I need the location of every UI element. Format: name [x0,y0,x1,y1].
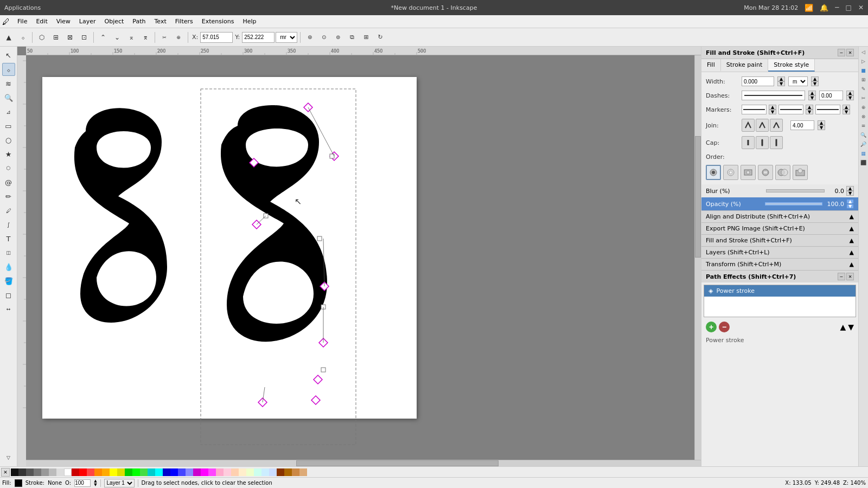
dashval-down[interactable]: ▼ [846,95,854,100]
opacity-down-btn[interactable]: ▼ [94,483,97,487]
color-cream[interactable] [239,468,246,476]
tweak-tool[interactable]: ≋ [2,77,15,90]
x-input[interactable] [200,32,233,43]
color-pink1[interactable] [216,468,224,476]
menu-view[interactable]: View [52,17,75,26]
layer-select[interactable]: Layer 1 [104,479,135,487]
pe-close-btn[interactable]: ✕ [846,273,854,280]
move-up-btn[interactable]: ▲ [840,323,846,331]
zoom-tool[interactable]: 🔍 [2,91,15,104]
pencil-tool[interactable]: ✏ [2,190,15,203]
rs-btn-2[interactable]: ▷ [859,57,868,66]
calligraphy-tool[interactable]: ∫ [2,218,15,231]
measure-tool[interactable]: ⊿ [2,105,15,118]
3d-box-tool[interactable]: ⬡ [2,162,15,175]
snap-btn-3[interactable]: ⊚ [331,31,344,44]
order-icon-6[interactable] [793,165,808,180]
paint-bucket-tool[interactable]: 🪣 [2,274,15,287]
cap-round-btn[interactable] [756,136,769,149]
color-gray3[interactable] [41,468,49,476]
scroll-tool[interactable]: ▽ [2,451,15,464]
panel-close-btn[interactable]: ✕ [846,49,854,56]
tab-stroke-style[interactable]: Stroke style [768,59,815,72]
panel-min-btn[interactable]: ─ [838,49,845,56]
color-green3[interactable] [140,468,148,476]
menu-text[interactable]: Text [150,17,171,26]
order-icon-1[interactable] [706,165,721,180]
color-periwinkle[interactable] [269,468,277,476]
color-blue1[interactable] [163,468,170,476]
dropper-tool[interactable]: 💧 [2,260,15,273]
tb-join-btn[interactable]: ⊕ [172,31,185,44]
menu-path[interactable]: Path [128,17,150,26]
color-white[interactable] [64,468,72,476]
rs-btn-4[interactable]: ⊞ [859,75,868,84]
color-orange2[interactable] [102,468,110,476]
marker-start[interactable] [742,105,767,114]
width-input[interactable] [742,76,774,86]
tb-btn-1[interactable]: ⬡ [35,31,48,44]
menu-file[interactable]: File [13,17,31,26]
color-magenta1[interactable] [193,468,201,476]
tb-btn-5[interactable]: ⌃ [97,31,110,44]
spiral-tool[interactable]: @ [2,176,15,189]
transform-btn[interactable]: ⧉ [346,31,359,44]
marker-end-up[interactable]: ▲ [843,105,850,110]
rs-btn-12[interactable]: ▦ [859,149,868,158]
color-yellow2[interactable] [117,468,125,476]
dashes-selector[interactable] [742,91,805,100]
accordion-align-header[interactable]: Align and Distribute (Shift+Ctrl+A) ▲ [701,211,858,222]
pen-tool[interactable]: 🖊 [2,204,15,217]
color-blue4[interactable] [186,468,193,476]
rs-btn-8[interactable]: ⊗ [859,112,868,121]
marker-start-up[interactable]: ▲ [769,105,776,110]
marker-end-down[interactable]: ▼ [843,110,850,114]
menu-filters[interactable]: Filters [171,17,197,26]
color-peach[interactable] [231,468,239,476]
opacity-slider[interactable] [765,202,823,206]
color-black[interactable] [11,468,18,476]
blur-down[interactable]: ▼ [846,191,854,196]
rs-btn-3[interactable]: ■ [859,66,868,75]
color-gray5[interactable] [56,468,64,476]
color-magenta2[interactable] [201,468,208,476]
marker-start-down[interactable]: ▼ [769,110,776,114]
zoom-btn[interactable]: ⊞ [360,31,373,44]
dashes-down[interactable]: ▼ [808,95,816,100]
join-miter-btn[interactable] [742,119,755,132]
marker-mid-up[interactable]: ▲ [806,105,813,110]
order-icon-3[interactable] [741,165,756,180]
color-brown3[interactable] [292,468,299,476]
color-tan[interactable] [299,468,307,476]
gradient-tool[interactable]: ◫ [2,246,15,259]
tb-btn-7[interactable]: ⌅ [125,31,138,44]
unit-up[interactable]: ▲ [811,76,819,81]
join-round-btn[interactable] [756,119,769,132]
color-yellow1[interactable] [110,468,117,476]
star-tool[interactable]: ★ [2,147,15,160]
color-red2[interactable] [79,468,87,476]
join-value[interactable] [790,120,814,130]
opacity-status-input[interactable] [74,479,91,487]
menu-extensions[interactable]: Extensions [197,17,239,26]
color-gray1[interactable] [26,468,34,476]
color-gray4[interactable] [49,468,56,476]
tb-btn-2[interactable]: ⊞ [49,31,62,44]
marker-mid-down[interactable]: ▼ [806,110,813,114]
color-cyan1[interactable] [148,468,155,476]
eraser-tool[interactable]: ◻ [2,288,15,301]
dashval-up[interactable]: ▲ [846,91,854,95]
snap-btn-1[interactable]: ⊛ [303,31,316,44]
color-sky[interactable] [261,468,269,476]
unit-down[interactable]: ▼ [811,81,819,86]
rect-tool[interactable]: ▭ [2,119,15,132]
accordion-layers-header[interactable]: Layers (Shift+Ctrl+L) ▲ [701,247,858,258]
y-input[interactable] [242,32,275,43]
unit-select[interactable]: mmpxpt [276,32,297,43]
color-cyan2[interactable] [155,468,163,476]
color-gray2[interactable] [34,468,41,476]
accordion-fillstroke2-header[interactable]: Fill and Stroke (Shift+Ctrl+F) ▲ [701,235,858,246]
tb-break-btn[interactable]: ✂ [158,31,171,44]
rs-btn-1[interactable]: ◁ [859,48,868,56]
rs-btn-13[interactable]: ⬛ [859,158,868,167]
